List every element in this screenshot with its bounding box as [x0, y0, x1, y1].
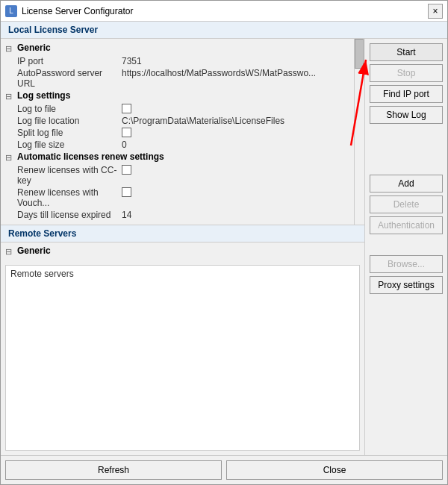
renew-vouch-row: Renew licenses with Vouch...	[1, 187, 364, 209]
title-bar-left: L License Server Configurator	[5, 5, 133, 17]
main-area: ⊟ Generic IP port 7351 AutoPassword serv…	[1, 39, 447, 455]
window-title: License Server Configurator	[22, 6, 133, 16]
tree-scroll-area[interactable]: ⊟ Generic IP port 7351 AutoPassword serv…	[1, 39, 364, 225]
spacer-2	[370, 237, 443, 252]
split-log-file-row: Split log file	[1, 127, 364, 139]
renew-cc-checkbox[interactable]	[122, 165, 131, 175]
generic-group-row: ⊟ Generic	[1, 42, 364, 55]
remote-table-label: Remote servers	[10, 269, 74, 279]
split-log-file-label: Split log file	[17, 128, 122, 138]
ip-port-value: 7351	[122, 56, 142, 66]
proxy-settings-button[interactable]: Proxy settings	[370, 276, 443, 294]
refresh-button[interactable]: Refresh	[5, 460, 222, 480]
auto-renew-group-row: ⊟ Automatic licenses renew settings	[1, 151, 364, 164]
add-button[interactable]: Add	[370, 175, 443, 193]
local-server-buttons: Start Stop Find IP port Show Log	[370, 43, 443, 124]
show-log-button[interactable]: Show Log	[370, 106, 443, 124]
renew-cc-label: Renew licenses with CC-key	[17, 165, 122, 186]
autopassword-label: AutoPassword server URL	[17, 68, 122, 89]
close-window-button[interactable]: ×	[428, 4, 443, 19]
main-window: L License Server Configurator × Local Li…	[0, 0, 448, 485]
footer: Refresh Close	[1, 455, 447, 484]
days-label: Days till license expired	[17, 210, 122, 220]
left-panel: ⊟ Generic IP port 7351 AutoPassword serv…	[1, 39, 365, 455]
remote-servers-table: Remote servers	[5, 265, 360, 451]
days-value: 14	[122, 210, 131, 220]
log-file-location-label: Log file location	[17, 116, 122, 126]
local-server-tree: ⊟ Generic IP port 7351 AutoPassword serv…	[1, 39, 364, 225]
remote-generic-group-row: ⊟ Generic	[1, 242, 364, 260]
log-file-size-label: Log file size	[17, 140, 122, 150]
log-file-location-value: C:\ProgramData\Materialise\LicenseFiles	[122, 116, 284, 126]
title-bar: L License Server Configurator ×	[1, 1, 447, 22]
days-row: Days till license expired 14	[1, 209, 364, 221]
local-scrollbar-track[interactable]	[354, 39, 364, 225]
close-button[interactable]: Close	[226, 460, 443, 480]
log-to-file-label: Log to file	[17, 104, 122, 114]
auto-renew-group-label: Automatic licenses renew settings	[17, 151, 164, 162]
autopassword-value: https://localhost/MatPasswordsWS/MatPass…	[122, 68, 316, 89]
log-to-file-checkbox[interactable]	[122, 104, 131, 113]
remote-servers-section-header: Remote Servers	[1, 225, 364, 242]
remote-generic-expand-icon[interactable]: ⊟	[5, 245, 14, 257]
remote-left: ⊟ Generic Remote servers	[1, 242, 364, 455]
window-content: Local License Server ⊟ Generic IP port 7…	[1, 22, 447, 484]
right-panel: Start Stop Find IP port Show Log Add Del…	[365, 39, 447, 455]
log-file-location-row: Log file location C:\ProgramData\Materia…	[1, 115, 364, 127]
log-settings-group-label: Log settings	[17, 90, 70, 101]
log-settings-expand-icon[interactable]: ⊟	[5, 90, 14, 102]
log-file-size-value: 0	[122, 140, 127, 150]
generic-group-label: Generic	[17, 43, 51, 53]
stop-button[interactable]: Stop	[370, 64, 443, 82]
log-settings-group-row: ⊟ Log settings	[1, 90, 364, 103]
auto-renew-expand-icon[interactable]: ⊟	[5, 151, 14, 163]
renew-vouch-checkbox[interactable]	[122, 187, 131, 197]
remote-server-buttons: Add Delete Authentication	[370, 175, 443, 234]
spacer-1	[370, 127, 443, 172]
bottom-buttons: Browse... Proxy settings	[370, 255, 443, 294]
log-file-size-row: Log file size 0	[1, 139, 364, 151]
renew-cc-row: Renew licenses with CC-key	[1, 164, 364, 187]
log-to-file-row: Log to file	[1, 103, 364, 115]
start-button[interactable]: Start	[370, 43, 443, 61]
bottom-main: ⊟ Generic Remote servers	[1, 242, 364, 455]
renew-vouch-label: Renew licenses with Vouch...	[17, 187, 122, 208]
generic-expand-icon[interactable]: ⊟	[5, 43, 14, 54]
autopassword-row: AutoPassword server URL https://localhos…	[1, 67, 364, 90]
browse-button[interactable]: Browse...	[370, 255, 443, 273]
delete-button[interactable]: Delete	[370, 195, 443, 213]
ip-port-row: IP port 7351	[1, 55, 364, 67]
local-scrollbar-thumb[interactable]	[355, 39, 364, 69]
local-server-section-header: Local License Server	[1, 22, 447, 39]
authentication-button[interactable]: Authentication	[370, 216, 443, 234]
remote-generic-group-label: Generic	[17, 245, 51, 256]
ip-port-label: IP port	[17, 56, 122, 66]
find-ip-port-button[interactable]: Find IP port	[370, 85, 443, 103]
split-log-checkbox[interactable]	[122, 128, 131, 137]
app-icon: L	[5, 5, 17, 17]
